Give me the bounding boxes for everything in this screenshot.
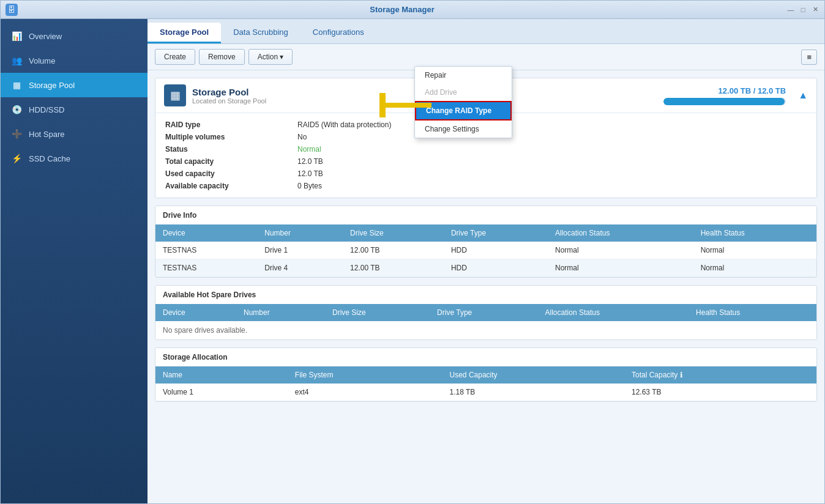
pool-name: Storage Pool [192, 87, 266, 97]
cell-total: 12.63 TB [624, 384, 816, 401]
available-capacity-label: Available capacity [165, 182, 288, 190]
overview-icon: 📊 [10, 30, 23, 42]
app-icon: 🗄 [6, 4, 18, 16]
cell-filesystem: ext4 [288, 384, 442, 401]
minimize-button[interactable]: — [786, 6, 795, 14]
app-title: Storage Manager [18, 5, 786, 14]
no-spare-drives-text: No spare drives available. [155, 321, 816, 339]
hot-spare-table: Device Number Drive Size Drive Type Allo… [155, 304, 816, 321]
cell-allocation: Normal [548, 259, 693, 277]
table-row: Volume 1 ext4 1.18 TB 12.63 TB [155, 384, 816, 401]
window-controls: — □ ✕ [786, 6, 819, 14]
dropdown-item-change-settings[interactable]: Change Settings [415, 120, 512, 138]
cell-name: Volume 1 [155, 384, 288, 401]
list-icon: ≡ [807, 53, 812, 62]
cell-allocation: Normal [548, 242, 693, 259]
remove-button[interactable]: Remove [199, 49, 245, 65]
pool-icon: ▦ [164, 84, 186, 106]
used-capacity-label: Used capacity [165, 169, 288, 178]
restore-button[interactable]: □ [799, 6, 807, 14]
cell-health: Normal [693, 242, 816, 259]
cell-number: Drive 4 [257, 259, 343, 277]
hot-spare-section: Available Hot Spare Drives Device Number… [155, 285, 817, 340]
capacity-text: 12.00 TB / 12.0 TB [663, 86, 786, 95]
col-number: Number [257, 224, 343, 242]
cell-size: 12.00 TB [343, 242, 444, 259]
sidebar-label-volume: Volume [29, 56, 55, 65]
ssd-cache-icon: ⚡ [10, 152, 23, 165]
multiple-volumes-label: Multiple volumes [165, 133, 288, 141]
available-capacity-value: 0 Bytes [297, 182, 807, 190]
used-capacity-value: 12.0 TB [297, 169, 807, 178]
sidebar-item-hot-spare[interactable]: ➕ Hot Spare [1, 122, 147, 146]
hs-col-device: Device [155, 304, 236, 321]
pool-header-left: ▦ Storage Pool Located on Storage Pool [164, 84, 266, 106]
dropdown-item-change-raid-type[interactable]: Change RAID Type [415, 101, 512, 120]
titlebar: 🗄 Storage Manager — □ ✕ [1, 1, 824, 19]
cell-type: HDD [444, 259, 548, 277]
create-button[interactable]: Create [155, 49, 195, 65]
cell-device: TESTNAS [155, 242, 257, 259]
sidebar-label-hot-spare: Hot Spare [29, 130, 65, 139]
raid-type-value: RAID5 (With data protection) [297, 120, 807, 129]
col-device: Device [155, 224, 257, 242]
cell-type: HDD [444, 242, 548, 259]
sidebar-item-hdd-ssd[interactable]: 💿 HDD/SSD [1, 97, 147, 122]
drive-info-title: Drive Info [155, 206, 816, 224]
hot-spare-title: Available Hot Spare Drives [155, 286, 816, 304]
hot-spare-icon: ➕ [10, 128, 23, 140]
pool-expand-button[interactable]: ▲ [798, 90, 808, 101]
drive-info-table: Device Number Drive Size Drive Type Allo… [155, 224, 816, 277]
total-capacity-value: 12.0 TB [297, 157, 807, 166]
tab-configurations[interactable]: Configurations [301, 23, 376, 43]
sa-col-used-capacity: Used Capacity [442, 366, 624, 384]
table-row: TESTNAS Drive 1 12.00 TB HDD Normal Norm… [155, 242, 816, 259]
action-button[interactable]: Action ▾ [248, 49, 293, 65]
sidebar-label-hdd-ssd: HDD/SSD [29, 105, 65, 114]
total-capacity-label: Total capacity [165, 157, 288, 166]
capacity-bar [663, 98, 786, 105]
volume-icon: 👥 [10, 54, 23, 67]
storage-allocation-title: Storage Allocation [155, 348, 816, 366]
col-drive-size: Drive Size [343, 224, 444, 242]
hs-col-health-status: Health Status [689, 304, 816, 321]
cell-used: 1.18 TB [442, 384, 624, 401]
sidebar-item-overview[interactable]: 📊 Overview [1, 24, 147, 48]
tab-data-scrubbing[interactable]: Data Scrubbing [221, 23, 301, 43]
close-button[interactable]: ✕ [811, 6, 819, 14]
hdd-ssd-icon: 💿 [10, 103, 23, 116]
sidebar-label-storage-pool: Storage Pool [29, 81, 75, 90]
list-view-button[interactable]: ≡ [801, 50, 817, 65]
dropdown-item-repair[interactable]: Repair [415, 67, 512, 84]
hs-col-drive-type: Drive Type [430, 304, 537, 321]
hs-col-number: Number [236, 304, 325, 321]
col-allocation-status: Allocation Status [548, 224, 693, 242]
hs-col-drive-size: Drive Size [325, 304, 430, 321]
app-window: 🗄 Storage Manager — □ ✕ 📊 Overview 👥 Vol… [0, 0, 825, 504]
sa-col-total-capacity: Total Capacity ℹ [624, 366, 816, 384]
status-label: Status [165, 145, 288, 154]
cell-health: Normal [693, 259, 816, 277]
capacity-fill [663, 98, 785, 105]
sidebar-label-ssd-cache: SSD Cache [29, 154, 70, 163]
sidebar: 📊 Overview 👥 Volume ▦ Storage Pool 💿 HDD… [1, 19, 147, 503]
tab-bar: Storage Pool Data Scrubbing Configuratio… [147, 19, 824, 44]
sa-col-filesystem: File System [288, 366, 442, 384]
toolbar: Create Remove Action ▾ ≡ Repair Add Driv… [147, 44, 824, 70]
tab-storage-pool[interactable]: Storage Pool [147, 23, 221, 43]
dropdown-item-add-drive: Add Drive [415, 84, 512, 101]
sidebar-item-storage-pool[interactable]: ▦ Storage Pool [1, 73, 147, 97]
status-value: Normal [297, 145, 807, 154]
col-drive-type: Drive Type [444, 224, 548, 242]
sidebar-label-overview: Overview [29, 32, 62, 41]
cell-device: TESTNAS [155, 259, 257, 277]
raid-type-label: RAID type [165, 120, 288, 129]
sa-col-name: Name [155, 366, 288, 384]
sidebar-item-ssd-cache[interactable]: ⚡ SSD Cache [1, 146, 147, 171]
sidebar-item-volume[interactable]: 👥 Volume [1, 48, 147, 73]
multiple-volumes-value: No [297, 133, 807, 141]
table-row: TESTNAS Drive 4 12.00 TB HDD Normal Norm… [155, 259, 816, 277]
col-health-status: Health Status [693, 224, 816, 242]
storage-allocation-table: Name File System Used Capacity Total Cap… [155, 366, 816, 401]
main-panel: Storage Pool Data Scrubbing Configuratio… [147, 19, 824, 503]
